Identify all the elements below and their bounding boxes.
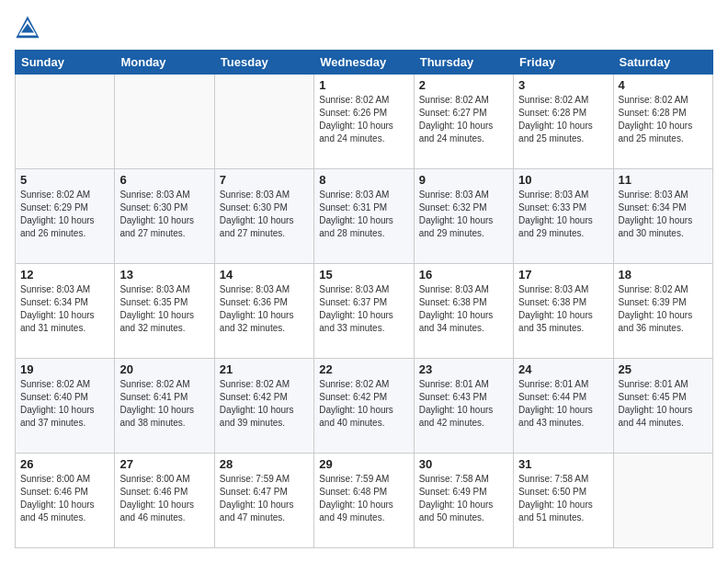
day-number: 23 (419, 362, 508, 376)
cell-info: Sunrise: 8:03 AM Sunset: 6:37 PM Dayligh… (319, 283, 408, 335)
cell-info: Sunrise: 8:02 AM Sunset: 6:39 PM Dayligh… (619, 283, 708, 335)
calendar-cell: 25Sunrise: 8:01 AM Sunset: 6:45 PM Dayli… (613, 359, 712, 454)
cell-info: Sunrise: 7:59 AM Sunset: 6:47 PM Dayligh… (220, 473, 309, 524)
calendar-cell: 30Sunrise: 7:58 AM Sunset: 6:49 PM Dayli… (414, 454, 513, 548)
cell-info: Sunrise: 7:58 AM Sunset: 6:49 PM Dayligh… (419, 473, 508, 524)
calendar-cell: 2Sunrise: 8:02 AM Sunset: 6:27 PM Daylig… (414, 75, 513, 169)
cell-info: Sunrise: 8:03 AM Sunset: 6:30 PM Dayligh… (119, 189, 209, 240)
day-number: 22 (319, 362, 408, 376)
day-number: 18 (619, 268, 708, 282)
cell-info: Sunrise: 8:03 AM Sunset: 6:35 PM Dayligh… (119, 283, 209, 335)
day-header: Tuesday (214, 51, 313, 75)
cell-info: Sunrise: 8:02 AM Sunset: 6:27 PM Dayligh… (419, 94, 508, 145)
day-number: 19 (20, 362, 109, 376)
cell-info: Sunrise: 8:01 AM Sunset: 6:44 PM Dayligh… (518, 378, 608, 430)
day-number: 30 (419, 457, 508, 471)
calendar-cell: 11Sunrise: 8:03 AM Sunset: 6:34 PM Dayli… (613, 169, 712, 264)
cell-info: Sunrise: 8:01 AM Sunset: 6:43 PM Dayligh… (419, 378, 508, 430)
page: SundayMondayTuesdayWednesdayThursdayFrid… (0, 0, 728, 563)
cell-info: Sunrise: 8:02 AM Sunset: 6:28 PM Dayligh… (518, 94, 608, 145)
calendar-cell: 10Sunrise: 8:03 AM Sunset: 6:33 PM Dayli… (514, 169, 613, 264)
calendar-cell: 23Sunrise: 8:01 AM Sunset: 6:43 PM Dayli… (414, 359, 513, 454)
calendar-cell: 18Sunrise: 8:02 AM Sunset: 6:39 PM Dayli… (613, 264, 712, 359)
day-number: 9 (419, 173, 508, 187)
cell-info: Sunrise: 8:03 AM Sunset: 6:33 PM Dayligh… (518, 189, 608, 240)
calendar-cell: 16Sunrise: 8:03 AM Sunset: 6:38 PM Dayli… (414, 264, 513, 359)
cell-info: Sunrise: 8:02 AM Sunset: 6:26 PM Dayligh… (319, 94, 408, 145)
cell-info: Sunrise: 8:03 AM Sunset: 6:34 PM Dayligh… (20, 283, 109, 335)
day-number: 5 (20, 173, 109, 187)
day-number: 8 (319, 173, 408, 187)
calendar-week-row: 19Sunrise: 8:02 AM Sunset: 6:40 PM Dayli… (16, 359, 713, 454)
calendar-cell: 12Sunrise: 8:03 AM Sunset: 6:34 PM Dayli… (16, 264, 115, 359)
cell-info: Sunrise: 8:03 AM Sunset: 6:30 PM Dayligh… (220, 189, 309, 240)
day-number: 24 (518, 362, 608, 376)
day-number: 11 (619, 173, 708, 187)
calendar-cell (214, 75, 313, 169)
day-header: Monday (115, 51, 214, 75)
calendar-cell: 5Sunrise: 8:02 AM Sunset: 6:29 PM Daylig… (16, 169, 115, 264)
cell-info: Sunrise: 8:02 AM Sunset: 6:41 PM Dayligh… (119, 378, 209, 430)
cell-info: Sunrise: 8:01 AM Sunset: 6:45 PM Dayligh… (619, 378, 708, 430)
calendar-cell: 6Sunrise: 8:03 AM Sunset: 6:30 PM Daylig… (115, 169, 214, 264)
cell-info: Sunrise: 7:58 AM Sunset: 6:50 PM Dayligh… (518, 473, 608, 524)
calendar-cell (613, 454, 712, 548)
day-header: Saturday (613, 51, 712, 75)
day-number: 3 (518, 78, 608, 92)
day-number: 28 (220, 457, 309, 471)
calendar-cell: 24Sunrise: 8:01 AM Sunset: 6:44 PM Dayli… (514, 359, 613, 454)
cell-info: Sunrise: 8:02 AM Sunset: 6:28 PM Dayligh… (619, 94, 708, 145)
calendar-cell: 21Sunrise: 8:02 AM Sunset: 6:42 PM Dayli… (214, 359, 313, 454)
cell-info: Sunrise: 8:03 AM Sunset: 6:32 PM Dayligh… (419, 189, 508, 240)
day-number: 13 (119, 268, 209, 282)
cell-info: Sunrise: 7:59 AM Sunset: 6:48 PM Dayligh… (319, 473, 408, 524)
day-header: Thursday (414, 51, 513, 75)
calendar-week-row: 26Sunrise: 8:00 AM Sunset: 6:46 PM Dayli… (16, 454, 713, 548)
calendar-cell: 31Sunrise: 7:58 AM Sunset: 6:50 PM Dayli… (514, 454, 613, 548)
calendar-cell: 20Sunrise: 8:02 AM Sunset: 6:41 PM Dayli… (115, 359, 214, 454)
cell-info: Sunrise: 8:02 AM Sunset: 6:42 PM Dayligh… (319, 378, 408, 430)
calendar-header-row: SundayMondayTuesdayWednesdayThursdayFrid… (16, 51, 713, 75)
calendar-cell (16, 75, 115, 169)
day-number: 12 (20, 268, 109, 282)
day-header: Sunday (16, 51, 115, 75)
day-number: 7 (220, 173, 309, 187)
calendar-cell: 17Sunrise: 8:03 AM Sunset: 6:38 PM Dayli… (514, 264, 613, 359)
day-number: 6 (119, 173, 209, 187)
day-number: 26 (20, 457, 109, 471)
calendar-cell: 27Sunrise: 8:00 AM Sunset: 6:46 PM Dayli… (115, 454, 214, 548)
day-number: 29 (319, 457, 408, 471)
day-number: 16 (419, 268, 508, 282)
day-header: Wednesday (314, 51, 414, 75)
day-number: 2 (419, 78, 508, 92)
calendar-cell (115, 75, 214, 169)
calendar-cell: 3Sunrise: 8:02 AM Sunset: 6:28 PM Daylig… (514, 75, 613, 169)
cell-info: Sunrise: 8:00 AM Sunset: 6:46 PM Dayligh… (119, 473, 209, 524)
cell-info: Sunrise: 8:03 AM Sunset: 6:38 PM Dayligh… (518, 283, 608, 335)
cell-info: Sunrise: 8:03 AM Sunset: 6:36 PM Dayligh… (220, 283, 309, 335)
cell-info: Sunrise: 8:03 AM Sunset: 6:38 PM Dayligh… (419, 283, 508, 335)
cell-info: Sunrise: 8:02 AM Sunset: 6:42 PM Dayligh… (220, 378, 309, 430)
cell-info: Sunrise: 8:02 AM Sunset: 6:29 PM Dayligh… (20, 189, 109, 240)
calendar-cell: 26Sunrise: 8:00 AM Sunset: 6:46 PM Dayli… (16, 454, 115, 548)
calendar-cell: 28Sunrise: 7:59 AM Sunset: 6:47 PM Dayli… (214, 454, 313, 548)
cell-info: Sunrise: 8:03 AM Sunset: 6:34 PM Dayligh… (619, 189, 708, 240)
logo-icon (15, 15, 40, 40)
calendar-week-row: 5Sunrise: 8:02 AM Sunset: 6:29 PM Daylig… (16, 169, 713, 264)
calendar-cell: 15Sunrise: 8:03 AM Sunset: 6:37 PM Dayli… (314, 264, 414, 359)
logo (15, 15, 44, 40)
calendar-cell: 14Sunrise: 8:03 AM Sunset: 6:36 PM Dayli… (214, 264, 313, 359)
day-number: 14 (220, 268, 309, 282)
calendar-cell: 7Sunrise: 8:03 AM Sunset: 6:30 PM Daylig… (214, 169, 313, 264)
day-number: 17 (518, 268, 608, 282)
calendar-table: SundayMondayTuesdayWednesdayThursdayFrid… (15, 50, 713, 548)
day-number: 21 (220, 362, 309, 376)
day-number: 15 (319, 268, 408, 282)
calendar-cell: 19Sunrise: 8:02 AM Sunset: 6:40 PM Dayli… (16, 359, 115, 454)
day-header: Friday (514, 51, 613, 75)
cell-info: Sunrise: 8:03 AM Sunset: 6:31 PM Dayligh… (319, 189, 408, 240)
day-number: 20 (119, 362, 209, 376)
calendar-cell: 29Sunrise: 7:59 AM Sunset: 6:48 PM Dayli… (314, 454, 414, 548)
cell-info: Sunrise: 8:00 AM Sunset: 6:46 PM Dayligh… (20, 473, 109, 524)
day-number: 1 (319, 78, 408, 92)
